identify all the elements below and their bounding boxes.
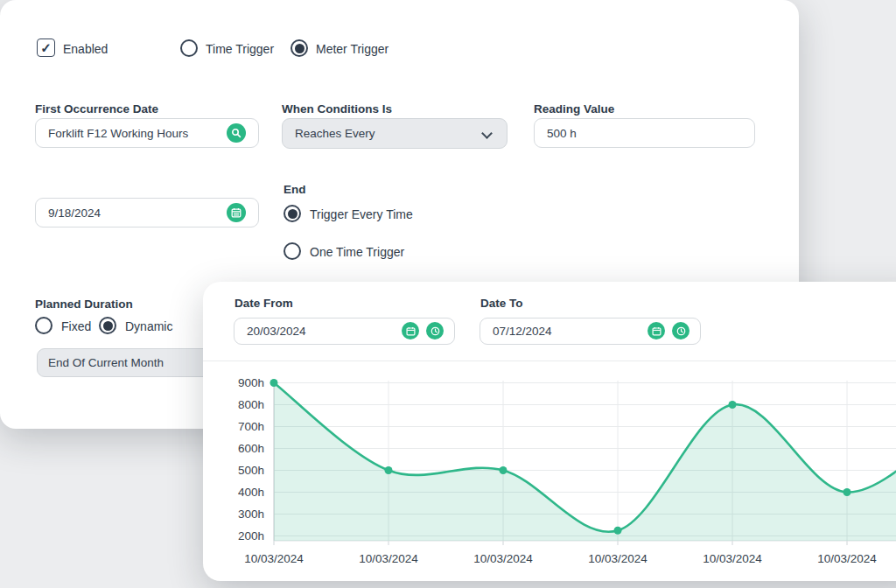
fixed-label: Fixed <box>61 319 91 333</box>
svg-text:10/03/2024: 10/03/2024 <box>473 552 533 565</box>
planned-duration-label: Planned Duration <box>35 298 133 311</box>
end-group-label: End <box>284 183 306 196</box>
date-to-input[interactable]: 07/12/2024 <box>480 318 701 345</box>
start-date-value: 9/18/2024 <box>48 206 101 220</box>
clock-icon <box>430 326 440 336</box>
clock-icon <box>676 326 686 336</box>
svg-text:500h: 500h <box>238 464 264 477</box>
trigger-every-time-radio[interactable] <box>284 205 301 222</box>
date-from-value: 20/03/2024 <box>247 325 306 338</box>
reading-value-text: 500 h <box>547 127 577 140</box>
planned-duration-select[interactable]: End Of Current Month <box>37 348 212 377</box>
dynamic-label: Dynamic <box>125 319 172 333</box>
trigger-every-time-label: Trigger Every Time <box>310 207 413 221</box>
reading-value-label: Reading Value <box>534 102 614 116</box>
when-conditions-label: When Conditions Is <box>282 102 392 116</box>
svg-text:300h: 300h <box>238 508 264 521</box>
when-conditions-value: Reaches Every <box>295 127 375 140</box>
date-from-label: Date From <box>234 297 293 310</box>
svg-text:800h: 800h <box>238 398 264 411</box>
start-date-input[interactable]: 9/18/2024 <box>35 198 259 228</box>
search-icon <box>231 128 242 138</box>
date-from-calendar-button[interactable] <box>402 322 419 340</box>
svg-text:10/03/2024: 10/03/2024 <box>359 552 418 565</box>
dynamic-radio[interactable] <box>99 317 116 334</box>
time-trigger-radio[interactable] <box>180 39 198 57</box>
when-conditions-select[interactable]: Reaches Every <box>282 118 508 149</box>
date-to-calendar-button[interactable] <box>648 322 665 340</box>
date-to-label: Date To <box>480 297 523 310</box>
enabled-label: Enabled <box>63 42 108 56</box>
svg-text:200h: 200h <box>238 529 264 542</box>
meter-trigger-radio[interactable] <box>290 39 308 57</box>
first-occurrence-value: Forklift F12 Working Hours <box>48 127 188 140</box>
one-time-trigger-radio[interactable] <box>284 242 301 260</box>
svg-text:400h: 400h <box>238 486 264 499</box>
meter-chart: 900h800h700h600h500h400h300h200h10/03/20… <box>203 365 896 581</box>
date-from-clock-button[interactable] <box>426 322 444 340</box>
svg-text:900h: 900h <box>238 376 264 389</box>
calendar-icon <box>231 207 242 218</box>
first-occurrence-input[interactable]: Forklift F12 Working Hours <box>35 118 259 148</box>
first-occurrence-label: First Occurrence Date <box>35 102 158 116</box>
one-time-trigger-label: One Time Trigger <box>310 245 404 259</box>
svg-text:700h: 700h <box>238 420 264 433</box>
panel-divider <box>203 360 896 361</box>
time-trigger-label: Time Trigger <box>206 42 274 56</box>
check-icon: ✓ <box>40 40 52 56</box>
svg-text:10/03/2024: 10/03/2024 <box>703 552 762 565</box>
svg-text:10/03/2024: 10/03/2024 <box>244 552 304 565</box>
date-to-value: 07/12/2024 <box>493 325 552 338</box>
reading-value-input[interactable]: 500 h <box>534 118 755 148</box>
date-to-clock-button[interactable] <box>672 322 690 340</box>
svg-text:600h: 600h <box>238 442 264 455</box>
calendar-icon <box>652 326 662 336</box>
planned-duration-value: End Of Current Month <box>48 356 164 369</box>
enabled-checkbox[interactable]: ✓ <box>37 38 55 57</box>
calendar-icon-button[interactable] <box>227 203 246 222</box>
fixed-radio[interactable] <box>35 317 52 334</box>
date-from-input[interactable]: 20/03/2024 <box>234 318 455 345</box>
meter-trigger-label: Meter Trigger <box>316 42 388 56</box>
calendar-icon <box>406 326 416 336</box>
svg-text:10/03/2024: 10/03/2024 <box>588 552 648 565</box>
chart-panel-card: Date From 20/03/2024 Date To 07/12/2024 <box>203 282 896 581</box>
search-icon-button[interactable] <box>227 123 246 143</box>
svg-text:10/03/2024: 10/03/2024 <box>817 552 877 565</box>
